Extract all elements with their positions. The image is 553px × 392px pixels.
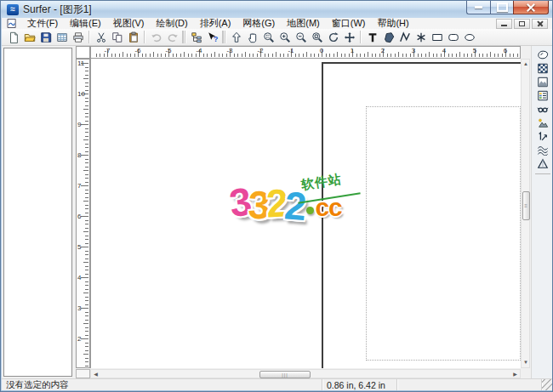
pan-button[interactable] [244, 29, 260, 45]
wireframe-button[interactable] [535, 144, 550, 156]
horizontal-scroll-thumb[interactable]: ||| [259, 371, 311, 378]
horizontal-ruler[interactable]: -7-6-5-4-3-2-10123456 [90, 46, 521, 59]
copy-button[interactable] [109, 29, 125, 45]
shaded-relief-map-button[interactable] [535, 76, 550, 88]
worksheet-grid-icon [56, 31, 68, 43]
menu-item-5[interactable]: 排列(A) [194, 17, 237, 30]
new-button[interactable] [5, 29, 21, 45]
ruler-tick [268, 54, 269, 57]
ruler-tick [85, 121, 88, 122]
image-map-icon [537, 63, 549, 74]
ruler-tick [402, 54, 403, 57]
scroll-right-button[interactable]: ▶ [511, 371, 519, 378]
zoom-page-button[interactable] [309, 29, 325, 45]
menu-item-9[interactable]: 帮助(H) [371, 17, 414, 30]
map-toolbar [531, 46, 553, 378]
grid-vector-map-button[interactable] [535, 130, 550, 143]
cut-button[interactable] [93, 29, 109, 45]
menu-item-4[interactable]: 绘制(D) [150, 17, 193, 30]
open-button[interactable] [21, 29, 37, 45]
scroll-up-button[interactable]: ▲ [522, 60, 529, 68]
surface-3d-button[interactable] [535, 157, 550, 170]
title-bar[interactable]: ≈ Surfer - [图形1] [1, 1, 553, 18]
menu-item-7[interactable]: 地图(M) [281, 17, 326, 30]
polygon-button[interactable] [380, 29, 396, 45]
classed-post-icon [537, 90, 549, 101]
ruler-tick [85, 101, 88, 102]
help-pointer-icon: ? [207, 31, 219, 43]
close-button[interactable] [513, 1, 549, 14]
text-tool-button[interactable] [364, 29, 380, 45]
vertical-ruler[interactable]: 111098765432 [76, 59, 90, 368]
horizontal-scrollbar[interactable]: ◀ ||| ▶ [90, 369, 521, 378]
ellipse-button[interactable] [461, 29, 477, 45]
context-help-button[interactable]: ? [204, 29, 220, 45]
minimize-button[interactable] [466, 1, 490, 14]
rotate-button[interactable] [325, 29, 341, 45]
open-folder-icon [24, 31, 36, 43]
vertical-scrollbar[interactable]: ▲ ≡ ▼ [521, 59, 530, 368]
mdi-minimize-button[interactable] [496, 19, 512, 29]
move-button[interactable] [341, 29, 357, 45]
menu-item-8[interactable]: 窗口(W) [326, 17, 372, 30]
ruler-tick [83, 293, 88, 293]
fit-page-arrow-icon [231, 31, 242, 43]
paste-button[interactable] [125, 29, 141, 45]
rounded-rectangle-button[interactable] [445, 29, 461, 45]
vector-map-button[interactable] [535, 116, 550, 129]
ruler-tick [81, 247, 88, 247]
ruler-tick [85, 239, 88, 240]
mdi-close-button[interactable] [532, 19, 548, 29]
undo-button[interactable] [148, 29, 164, 45]
image-map-button[interactable] [535, 62, 550, 75]
ruler-bottom-corner [76, 369, 90, 378]
surfer-window: ≈ Surfer - [图形1] 文件(F)编辑(E)视图(V)绘制(D)排列(… [0, 0, 553, 392]
ruler-tick [379, 54, 380, 57]
thumb-grip-icon: ||| [282, 372, 288, 378]
zoom-in-button[interactable] [276, 29, 293, 45]
worksheet-button[interactable] [54, 29, 70, 45]
save-button[interactable] [37, 29, 54, 45]
fit-to-page-button[interactable] [228, 29, 244, 45]
ruler-number: -6 [134, 47, 140, 54]
ruler-tick [441, 54, 442, 57]
ruler-tick [85, 71, 88, 71]
object-manager-panel[interactable] [3, 48, 72, 377]
menu-item-1[interactable]: 文件(F) [21, 17, 64, 30]
ruler-tick [96, 54, 97, 57]
polyline-button[interactable] [396, 29, 413, 45]
ruler-number: 7 [77, 182, 81, 190]
ruler-tick [83, 109, 88, 110]
menu-item-6[interactable]: 网格(G) [237, 17, 281, 30]
rectangle-button[interactable] [429, 29, 445, 45]
resize-grip[interactable] [542, 379, 553, 391]
toolbar-separator [360, 31, 362, 43]
ruler-tick [418, 54, 419, 57]
ruler-tick [203, 54, 204, 57]
redo-button[interactable] [164, 29, 180, 45]
mdi-restore-button[interactable] [514, 19, 530, 29]
ruler-tick [436, 54, 437, 57]
object-manager-button[interactable] [188, 29, 204, 45]
plot-canvas[interactable]: 3322cc 软件站 [90, 59, 521, 368]
contour-map-button[interactable] [535, 48, 550, 61]
post-map-button[interactable] [535, 103, 550, 116]
vertical-scroll-thumb[interactable]: ≡ [522, 191, 530, 220]
symbol-button[interactable] [413, 29, 429, 45]
menu-item-3[interactable]: 视图(V) [107, 17, 151, 30]
print-button[interactable] [70, 29, 86, 45]
wireframe-icon [537, 145, 549, 156]
paste-clipboard-icon [128, 31, 140, 43]
scroll-down-button[interactable]: ▼ [522, 359, 529, 366]
menu-item-2[interactable]: 编辑(E) [64, 17, 107, 30]
ruler-tick [276, 52, 276, 57]
ruler-tick [85, 343, 88, 344]
document-icon[interactable] [7, 19, 18, 28]
maximize-button[interactable] [490, 1, 513, 14]
menu-bar: 文件(F)编辑(E)视图(V)绘制(D)排列(A)网格(G)地图(M)窗口(W)… [2, 18, 553, 30]
zoom-rectangle-button[interactable] [260, 29, 276, 45]
classed-post-map-button[interactable] [535, 89, 550, 102]
zoom-out-button[interactable] [293, 29, 309, 45]
scroll-left-button[interactable]: ◀ [92, 371, 100, 378]
ruler-number: 5 [473, 47, 476, 54]
